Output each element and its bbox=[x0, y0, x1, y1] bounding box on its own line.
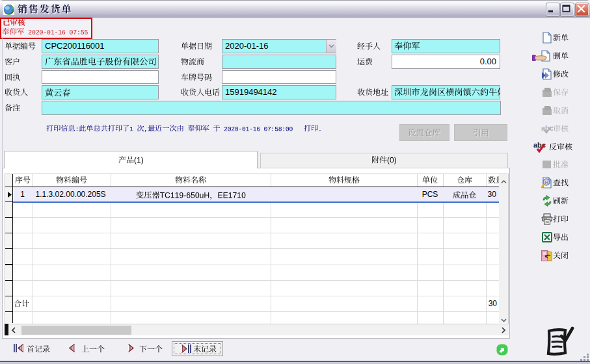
svg-text:H: H bbox=[545, 179, 548, 185]
